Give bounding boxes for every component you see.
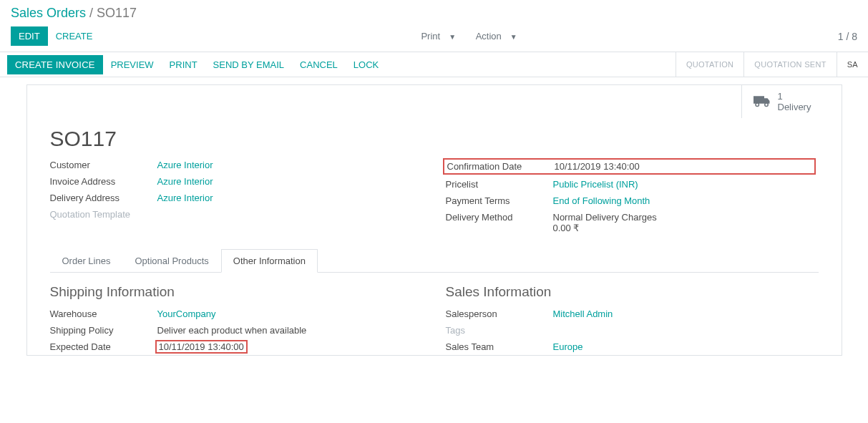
stage-quotation[interactable]: QUOTATION <box>676 52 743 77</box>
cancel-button[interactable]: CANCEL <box>292 55 346 74</box>
tab-row: Order Lines Optional Products Other Info… <box>50 249 819 273</box>
label-shipping-policy: Shipping Policy <box>50 325 157 336</box>
delivery-stat-button[interactable]: 1 Delivery <box>741 85 842 118</box>
breadcrumb-current: SO117 <box>97 6 137 20</box>
value-delivery-method: Normal Delivery Charges <box>553 212 657 223</box>
link-sales-team[interactable]: Europe <box>553 341 583 352</box>
breadcrumb: Sales Orders / SO117 <box>0 0 868 21</box>
create-invoice-button[interactable]: CREATE INVOICE <box>7 55 103 74</box>
value-shipping-policy: Deliver each product when available <box>157 325 307 336</box>
link-payment-terms[interactable]: End of Following Month <box>553 195 650 206</box>
print-dropdown[interactable]: Print▼ <box>416 31 460 42</box>
chevron-down-icon: ▼ <box>449 33 456 41</box>
label-sales-team: Sales Team <box>446 341 553 352</box>
stage-quotation-sent[interactable]: QUOTATION SENT <box>743 52 836 77</box>
link-salesperson[interactable]: Mitchell Admin <box>553 308 613 319</box>
label-quotation-template: Quotation Template <box>50 209 157 220</box>
tab-order-lines[interactable]: Order Lines <box>50 249 123 273</box>
statusbar: CREATE INVOICE PREVIEW PRINT SEND BY EMA… <box>0 52 868 77</box>
label-pricelist: Pricelist <box>446 179 553 190</box>
form-sheet: 1 Delivery SO117 CustomerAzure Interior … <box>26 84 842 356</box>
print-button[interactable]: PRINT <box>162 55 205 74</box>
svg-point-0 <box>756 103 759 107</box>
delivery-label: Delivery <box>778 102 811 112</box>
link-delivery-address[interactable]: Azure Interior <box>157 193 213 203</box>
link-pricelist[interactable]: Public Pricelist (INR) <box>553 179 638 190</box>
link-invoice-address[interactable]: Azure Interior <box>157 176 213 187</box>
control-row: EDIT CREATE Print▼ Action▼ 1 / 8 <box>0 21 868 52</box>
record-title: SO117 <box>27 118 842 157</box>
heading-sales: Sales Information <box>446 273 819 306</box>
chevron-down-icon: ▼ <box>510 33 517 41</box>
value-expected-date: 10/11/2019 13:40:00 <box>155 340 248 354</box>
svg-point-1 <box>764 103 768 107</box>
breadcrumb-root[interactable]: Sales Orders <box>11 6 86 20</box>
label-tags: Tags <box>446 325 553 336</box>
label-confirmation-date: Confirmation Date <box>447 161 555 172</box>
center-actions: Print▼ Action▼ <box>100 31 837 42</box>
breadcrumb-sep: / <box>89 6 93 20</box>
send-by-email-button[interactable]: SEND BY EMAIL <box>205 55 292 74</box>
link-warehouse[interactable]: YourCompany <box>157 308 216 319</box>
label-payment-terms: Payment Terms <box>446 195 553 206</box>
action-dropdown[interactable]: Action▼ <box>472 31 522 42</box>
stage-sale[interactable]: SA <box>837 52 868 77</box>
lock-button[interactable]: LOCK <box>346 55 386 74</box>
create-button[interactable]: CREATE <box>48 26 101 46</box>
label-expected-date: Expected Date <box>50 341 157 352</box>
heading-shipping: Shipping Information <box>50 273 423 306</box>
label-delivery-method: Delivery Method <box>446 212 553 223</box>
tab-other-information[interactable]: Other Information <box>221 249 318 273</box>
pager[interactable]: 1 / 8 <box>838 31 857 42</box>
tab-optional-products[interactable]: Optional Products <box>122 249 220 273</box>
label-warehouse: Warehouse <box>50 308 157 319</box>
value-confirmation-date: 10/11/2019 13:40:00 <box>555 161 640 172</box>
value-delivery-cost: 0.00 ₹ <box>553 223 580 233</box>
delivery-count: 1 <box>778 91 811 102</box>
edit-button[interactable]: EDIT <box>11 26 48 46</box>
label-invoice-address: Invoice Address <box>50 176 157 187</box>
link-customer[interactable]: Azure Interior <box>157 160 213 170</box>
preview-button[interactable]: PREVIEW <box>103 55 162 74</box>
truck-icon <box>754 94 771 110</box>
label-delivery-address: Delivery Address <box>50 193 157 203</box>
label-salesperson: Salesperson <box>446 308 553 319</box>
label-customer: Customer <box>50 160 157 170</box>
